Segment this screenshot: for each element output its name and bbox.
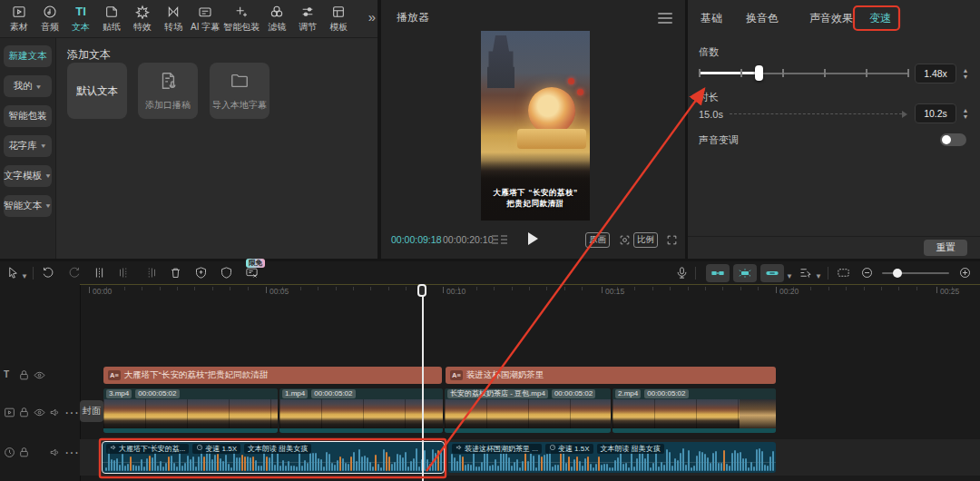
waveform-bar [614,460,616,471]
audio-clip-title: 大雁塔下“长安的荔... [106,444,189,454]
tab-speed[interactable]: 变速 [869,11,891,26]
video-clip[interactable]: 长安的荔枝奶茶店 - 豆包.mp400:00:05:02 [445,388,611,433]
waveform-bar [644,458,646,472]
waveform-bar [190,459,191,472]
select-tool-chevron-icon[interactable]: ▼ [21,270,28,284]
select-tool-icon[interactable] [6,266,20,280]
text-clip[interactable]: A≡装进这杯国潮奶茶里 [446,367,776,384]
preview-axis-icon[interactable] [799,266,812,280]
ruler-tick [124,287,125,290]
frame-preview-icon[interactable] [492,235,507,245]
ruler-tick [634,287,635,290]
multiplier-value-field[interactable]: 1.48x [915,64,956,83]
tab-voice-change[interactable]: 换音色 [746,11,779,26]
waveform-bar [279,466,281,471]
zoom-in-icon[interactable] [958,266,972,280]
nav-label: 调节 [299,21,317,34]
nav-item-media[interactable]: 素材 [4,4,34,34]
nav-item-template[interactable]: 模板 [323,4,354,34]
aspect-ratio-button[interactable]: 比例 [633,232,658,248]
undo-icon[interactable] [42,266,55,280]
timeline-zoom-slider[interactable] [882,272,949,274]
mirror-icon[interactable] [220,266,233,280]
record-voiceover-icon[interactable] [675,266,689,280]
timeline-select-icon[interactable] [837,266,850,280]
waveform-bar [677,460,679,471]
waveform-bar [761,451,763,471]
original-quality-button[interactable]: 原画 [585,232,610,248]
nav-item-text[interactable]: TI文本 [65,4,96,34]
text-clip-icon: A≡ [108,370,121,380]
text-track-visibility-icon[interactable] [34,369,45,381]
cover-button[interactable]: 封面 [80,400,103,422]
nav-item-audio[interactable]: 音频 [34,4,65,34]
reset-button[interactable]: 重置 [924,240,967,256]
waveform-bar [470,465,472,471]
audio-track-mute-icon[interactable] [49,447,61,458]
video-track-visibility-icon[interactable] [34,407,45,418]
nav-item-smart-pack[interactable]: 智能包装 [221,4,261,34]
redo-icon[interactable] [67,266,81,280]
add-speech-script-card[interactable]: 添加口播稿 [138,63,198,119]
split-right-icon[interactable] [143,266,157,280]
waveform-bar [407,466,409,471]
linkage-icon[interactable] [733,264,757,282]
sidebar-item-new-text[interactable]: 新建文本 [4,45,52,67]
pitch-toggle[interactable] [940,133,966,146]
sidebar-item-mine[interactable]: 我的▼ [4,75,52,97]
zoom-out-icon[interactable] [860,266,874,280]
audio-clip[interactable]: 装进这杯国潮奶茶里 ...变速 1.5X文本朗读 甜美女孩 [448,442,776,473]
magnetic-snap-icon[interactable] [706,264,730,282]
default-text-card[interactable]: 默认文本 [67,63,127,119]
nav-item-transition[interactable]: 转场 [158,4,189,34]
nav-item-ai-captions[interactable]: AI 字幕 [189,4,221,34]
focus-zoom-icon[interactable] [619,233,631,250]
link-preview-icon[interactable] [760,264,784,282]
waveform-bar [119,465,121,471]
sidebar-item-smart-text[interactable]: 智能文本▼ [4,195,52,217]
audio-clip[interactable]: 大雁塔下“长安的荔...变速 1.5X文本朗读 甜美女孩 [103,442,444,473]
preview-axis-chevron-icon[interactable]: ▼ [815,270,822,284]
video-clip[interactable]: 2.mp400:00:05:02 [612,388,776,433]
video-preview[interactable]: 大雁塔下 “长安的荔枝” 把贵妃同款清甜 [481,31,590,221]
tab-sound-effects[interactable]: 声音效果 [809,11,853,26]
video-clip[interactable]: 3.mp400:00:05:02 [103,388,278,433]
nav-item-filter[interactable]: 滤镜 [261,4,292,34]
waveform-bar [440,452,442,471]
split-left-icon[interactable] [118,266,132,280]
text-clip[interactable]: A≡大雁塔下“长安的荔枝”把贵妃同款清甜 [103,367,442,384]
playhead-line[interactable] [422,284,424,481]
video-track-mute-icon[interactable] [49,407,61,418]
playhead-handle[interactable] [417,284,426,297]
speed-slider-handle[interactable] [755,65,763,81]
nav-more-icon[interactable]: » [368,9,376,25]
text-track-lock-icon[interactable] [18,369,30,381]
import-local-subtitles-card[interactable]: 导入本地字幕 [210,63,270,119]
freeze-frame-icon[interactable] [194,266,208,280]
player-menu-icon[interactable] [658,13,672,26]
video-track-lock-icon[interactable] [18,407,30,418]
fullscreen-icon[interactable] [666,233,678,250]
video-clip[interactable]: 1.mp400:00:05:02 [279,388,443,433]
tab-basic[interactable]: 基础 [701,11,722,26]
speed-slider[interactable] [699,65,909,82]
timeline-toolbar: ▼ 限免 [0,261,980,285]
link-chevron-icon[interactable]: ▼ [786,270,793,284]
multiplier-stepper[interactable]: ▲▼ [960,64,971,83]
audio-track-lock-icon[interactable] [18,447,30,458]
sidebar-item-fancy-fonts[interactable]: 花字库▼ [4,135,52,157]
split-icon[interactable] [93,266,106,280]
duration-value-field[interactable]: 10.2s [915,103,956,123]
audio-track-more-icon[interactable]: ··· [64,445,79,461]
duration-stepper[interactable]: ▲▼ [960,103,971,123]
sidebar-item-text-templates[interactable]: 文字模板▼ [4,165,52,187]
text-erase-icon[interactable] [245,266,259,280]
sidebar-item-smart-package[interactable]: 智能包装 [4,105,52,127]
timeline-zoom-handle[interactable] [893,269,902,278]
nav-item-effects[interactable]: 特效 [127,4,158,34]
video-track-more-icon[interactable]: ··· [64,405,79,421]
play-button[interactable] [528,232,538,245]
delete-icon[interactable] [169,266,182,280]
nav-item-sticker[interactable]: 贴纸 [96,4,127,34]
nav-item-adjust[interactable]: 调节 [292,4,323,34]
